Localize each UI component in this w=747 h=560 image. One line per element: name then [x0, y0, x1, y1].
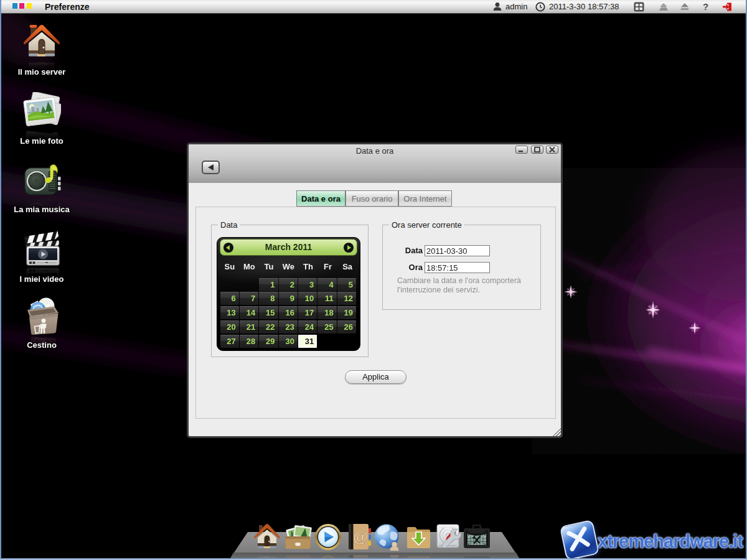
svg-text:@: @ — [353, 528, 367, 545]
